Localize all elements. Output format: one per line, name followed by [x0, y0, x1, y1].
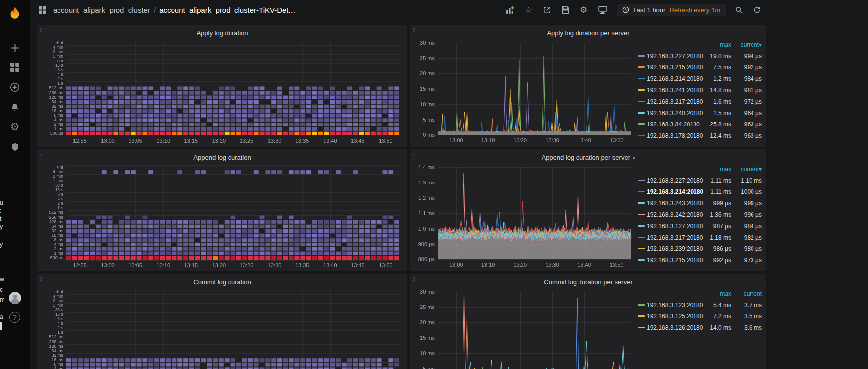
legend-row: 192.168.3.227:201801.11 ms1.10 ms: [636, 175, 762, 186]
background-letter: w: [0, 276, 4, 283]
sidebar-item-help[interactable]: ?: [0, 308, 30, 327]
legend-max-value: 1.11 ms: [703, 177, 731, 184]
legend-series-name[interactable]: 192.168.3.126:20180: [647, 324, 703, 331]
legend-series-color: [638, 112, 645, 114]
panel-commit-log-duration-per-server: i Commit log duration per server maxcurr…: [410, 274, 766, 369]
legend-current-header[interactable]: current: [731, 290, 762, 297]
legend-series-name[interactable]: 192.168.3.84:20180: [647, 121, 703, 128]
search-button[interactable]: [730, 6, 748, 14]
cycle-view-button[interactable]: [593, 6, 613, 14]
legend-series-name[interactable]: 192.168.3.239:20180: [647, 246, 703, 252]
legend-series-color: [638, 214, 645, 215]
star-button[interactable]: ☆: [520, 5, 538, 15]
legend-max-value: 25.8 ms: [703, 121, 731, 128]
legend-series-name[interactable]: 192.168.3.242:20180: [647, 211, 703, 218]
user-avatar[interactable]: [0, 288, 30, 308]
legend-max-value: 987 µs: [703, 223, 731, 230]
dashboards-icon: [10, 63, 19, 72]
panel-title[interactable]: Append log duration per server: [541, 154, 630, 161]
dashboard-grid-icon[interactable]: [39, 6, 46, 14]
legend-max-header[interactable]: max: [703, 41, 731, 48]
legend-row: 192.168.3.127:20180987 µs984 µs: [636, 220, 762, 232]
sidebar-item-explore[interactable]: [0, 77, 30, 97]
legend-row: 192.168.3.217:201801.6 ms972 µs: [636, 96, 762, 107]
panel-menu-caret[interactable]: ▾: [633, 156, 635, 161]
save-button[interactable]: [556, 6, 575, 14]
legend-series-name[interactable]: 192.168.3.215:20180: [647, 64, 703, 71]
legend-current-value: 964 µs: [731, 110, 762, 117]
legend-series-name[interactable]: 192.168.3.227:20180: [647, 53, 703, 60]
legend-header-row: maxcurrent: [636, 288, 762, 299]
legend-series-name[interactable]: 192.168.3.217:20180: [647, 98, 703, 105]
legend-current-header[interactable]: current▾: [731, 166, 762, 173]
legend-series-name[interactable]: 192.168.3.127:20180: [647, 223, 703, 230]
legend-series-name[interactable]: 192.168.3.241:20180: [647, 87, 703, 94]
panel-info-icon[interactable]: i: [40, 27, 42, 33]
legend: maxcurrent▾192.168.3.227:201801.11 ms1.1…: [636, 162, 764, 270]
legend-max-header[interactable]: max: [703, 290, 731, 297]
breadcrumb-root[interactable]: account_alipark_prod_cluster: [53, 6, 150, 14]
sidebar-item-configuration[interactable]: ⚙: [0, 117, 30, 137]
legend-series-color: [638, 225, 645, 227]
plus-icon: [11, 44, 19, 52]
panel-header: i Apply log duration per server: [410, 25, 766, 38]
legend-row: 192.168.3.239:20180986 µs980 µs: [636, 243, 762, 254]
legend-current-value: 973 µs: [731, 257, 762, 264]
heatmap-chart: [39, 38, 405, 146]
sidebar-item-dashboards[interactable]: [0, 58, 30, 77]
legend-current-value: 980 µs: [731, 246, 762, 252]
legend-series-name[interactable]: 192.168.3.227:20180: [647, 177, 703, 184]
sidebar-menu: ⚙: [0, 38, 30, 157]
legend-series-name[interactable]: 192.168.3.217:20180: [647, 234, 703, 241]
panel-body: [37, 287, 407, 369]
sidebar-item-server-admin[interactable]: [0, 137, 30, 157]
legend-max-value: 19.0 ms: [703, 53, 731, 60]
legend-max-header[interactable]: max: [703, 166, 731, 173]
panel-title[interactable]: Append log duration: [193, 154, 251, 161]
legend-series-color: [638, 123, 645, 125]
add-panel-button[interactable]: [500, 6, 520, 14]
time-picker[interactable]: Last 1 hour Refresh every 1m: [617, 4, 726, 16]
panel-info-icon[interactable]: i: [40, 152, 42, 157]
legend-series-name[interactable]: 192.168.3.240:20180: [647, 110, 703, 117]
legend-row: 192.168.3.242:201801.36 ms996 µs: [636, 209, 762, 220]
background-letter: u: [0, 199, 4, 206]
legend-current-value: 1.10 ms: [731, 177, 762, 184]
sidebar-item-create[interactable]: [0, 38, 30, 58]
legend-series-name[interactable]: 192.168.3.214:20180: [647, 188, 703, 195]
legend-row: 192.168.3.178:2018012.4 ms963 µs: [636, 130, 762, 141]
panel-info-icon[interactable]: i: [413, 27, 415, 33]
panel-title[interactable]: Apply log duration: [196, 29, 248, 37]
panel-info-icon[interactable]: i: [40, 276, 42, 282]
panel-info-icon[interactable]: i: [413, 276, 415, 282]
dashboard-settings-button[interactable]: ⚙: [575, 5, 593, 15]
panel-title[interactable]: Commit log duration per server: [544, 278, 632, 286]
legend-series-name[interactable]: 192.168.3.243:20180: [647, 200, 703, 207]
panel-info-icon[interactable]: i: [413, 152, 415, 157]
sidebar-item-alerting[interactable]: [0, 97, 30, 117]
legend-max-value: 1.6 ms: [703, 98, 731, 105]
search-icon: [735, 6, 743, 14]
refresh-button[interactable]: [748, 6, 766, 14]
legend-current-header[interactable]: current▾: [731, 41, 762, 48]
legend-max-value: 7.5 ms: [703, 64, 731, 71]
background-letter: y: [0, 223, 4, 230]
legend-series-name[interactable]: 192.168.3.123:20180: [647, 302, 703, 308]
legend-series-name[interactable]: 192.168.3.125:20180: [647, 313, 703, 320]
breadcrumb-current[interactable]: account_alipark_prod_cluster-TiKV-Det…: [159, 6, 295, 14]
share-button[interactable]: [538, 6, 556, 14]
panel-title[interactable]: Apply log duration per server: [547, 29, 629, 37]
legend-series-name[interactable]: 192.168.3.178:20180: [647, 132, 703, 139]
legend-row: 192.168.3.125:201807.2 ms3.5 ms: [636, 310, 762, 322]
legend-series-color: [638, 55, 645, 57]
panel-title[interactable]: Commit log duration: [193, 278, 251, 286]
legend-row: 192.168.3.84:2018025.8 ms963 µs: [636, 119, 762, 130]
legend-series-name[interactable]: 192.168.3.214:20180: [647, 75, 703, 82]
legend-row: 192.168.3.240:201801.5 ms964 µs: [636, 107, 762, 119]
panel-body: maxcurrent▾192.168.3.227:2018019.0 ms994…: [410, 38, 766, 147]
legend-series-name[interactable]: 192.168.3.215:20180: [647, 257, 703, 264]
legend-row: 192.168.3.214:201801.2 ms984 µs: [636, 73, 762, 84]
grafana-logo[interactable]: [0, 0, 30, 28]
background-letter: a: [0, 313, 4, 320]
share-icon: [543, 6, 551, 14]
